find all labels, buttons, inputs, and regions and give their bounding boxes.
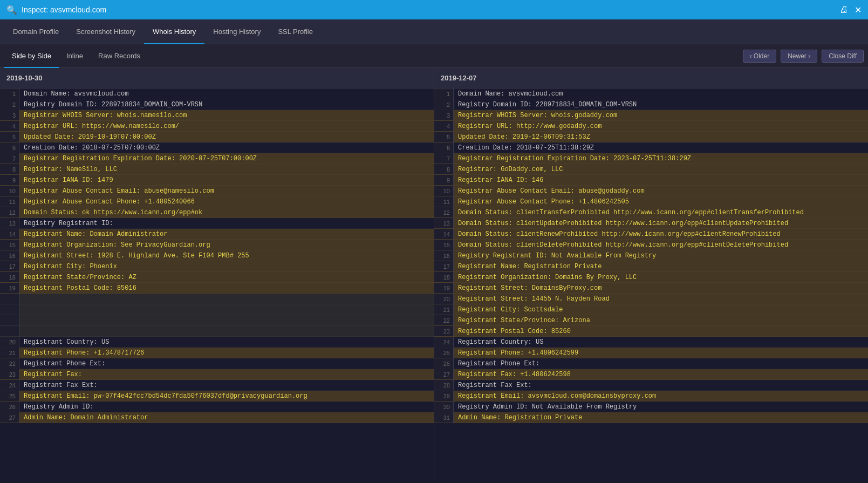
table-row: 25Registrant Email: pw-07f4e42fcc7bd54dc… bbox=[0, 391, 434, 402]
table-row: 1Domain Name: avsvmcloud.com bbox=[434, 89, 868, 99]
table-row: 5Updated Date: 2019-12-06T09:31:53Z bbox=[434, 132, 868, 142]
table-row: 8Registrar: NameSilo, LLC bbox=[0, 164, 434, 175]
table-row: 28Registrant Fax Ext: bbox=[434, 380, 868, 391]
nav-btn-1[interactable]: Newer › bbox=[781, 50, 817, 63]
line-content: Domain Status: ok https://www.icann.org/… bbox=[19, 207, 434, 217]
line-content: Updated Date: 2019-10-19T07:00:00Z bbox=[19, 132, 434, 142]
line-number: 29 bbox=[434, 391, 454, 401]
line-number: 10 bbox=[0, 186, 19, 196]
table-row: 20Registrant Street: 14455 N. Hayden Roa… bbox=[434, 294, 868, 304]
right-panel-header: 2019-12-07 bbox=[434, 68, 868, 89]
diff-container: 2019-10-30 1Domain Name: avsvmcloud.com2… bbox=[0, 68, 868, 483]
table-row: 15Domain Status: clientDeleteProhibited … bbox=[434, 240, 868, 250]
line-content: Registrar Registration Expiration Date: … bbox=[19, 153, 434, 164]
table-row: 7Registrar Registration Expiration Date:… bbox=[434, 153, 868, 164]
sub-tab-0[interactable]: Side by Side bbox=[4, 44, 59, 68]
table-row: 10Registrar Abuse Contact Email: abuse@n… bbox=[0, 186, 434, 196]
line-number: 4 bbox=[434, 121, 454, 131]
line-number: 3 bbox=[434, 110, 454, 120]
main-nav-tab-2[interactable]: Whois History bbox=[144, 19, 204, 44]
line-content bbox=[19, 304, 434, 315]
sub-tab-1[interactable]: Inline bbox=[59, 44, 91, 68]
line-number: 24 bbox=[434, 337, 454, 347]
line-number: 15 bbox=[434, 240, 454, 250]
line-number: 9 bbox=[0, 175, 19, 185]
print-icon[interactable]: 🖨 bbox=[839, 5, 848, 15]
table-row bbox=[0, 304, 434, 315]
line-number: 9 bbox=[434, 175, 454, 185]
table-row: 23Registrant Fax: bbox=[0, 369, 434, 380]
main-nav-tab-3[interactable]: Hosting History bbox=[204, 19, 269, 44]
right-date: 2019-12-07 bbox=[441, 74, 477, 82]
line-number: 5 bbox=[434, 132, 454, 142]
right-lines: 1Domain Name: avsvmcloud.com2Registry Do… bbox=[434, 89, 868, 423]
table-row: 12Domain Status: ok https://www.icann.or… bbox=[0, 207, 434, 218]
line-content: Domain Status: clientUpdateProhibited ht… bbox=[454, 218, 868, 228]
main-nav: Domain ProfileScreenshot HistoryWhois Hi… bbox=[0, 19, 868, 44]
line-content: Registry Admin ID: bbox=[19, 402, 434, 412]
table-row: 20Registrant Country: US bbox=[0, 337, 434, 348]
line-content: Registry Domain ID: 2289718834_DOMAIN_CO… bbox=[19, 99, 434, 110]
table-row: 21Registrant City: Scottsdale bbox=[434, 304, 868, 315]
table-row: 13Registry Registrant ID: bbox=[0, 218, 434, 229]
line-number: 27 bbox=[0, 412, 19, 423]
line-content bbox=[19, 294, 434, 304]
table-row: 17Registrant City: Phoenix bbox=[0, 261, 434, 272]
line-content: Registry Registrant ID: Not Available Fr… bbox=[454, 250, 868, 261]
sub-nav-right: ‹ OlderNewer ›Close Diff bbox=[743, 50, 864, 63]
line-number: 11 bbox=[0, 196, 19, 207]
table-row: 10Registrar Abuse Contact Email: abuse@g… bbox=[434, 186, 868, 196]
line-content bbox=[19, 315, 434, 325]
table-row: 8Registrar: GoDaddy.com, LLC bbox=[434, 164, 868, 175]
line-number: 26 bbox=[0, 402, 19, 412]
sub-nav: Side by SideInlineRaw Records ‹ OlderNew… bbox=[0, 44, 868, 68]
line-number: 10 bbox=[434, 186, 454, 196]
line-number: 28 bbox=[434, 380, 454, 390]
table-row: 18Registrant Organization: Domains By Pr… bbox=[434, 272, 868, 283]
line-number bbox=[0, 326, 19, 336]
main-nav-tab-4[interactable]: SSL Profile bbox=[269, 19, 322, 44]
line-content: Registrant State/Province: AZ bbox=[19, 272, 434, 282]
line-number: 12 bbox=[0, 207, 19, 217]
table-row: 5Updated Date: 2019-10-19T07:00:00Z bbox=[0, 132, 434, 142]
line-content: Updated Date: 2019-12-06T09:31:53Z bbox=[454, 132, 868, 142]
main-nav-tab-0[interactable]: Domain Profile bbox=[4, 19, 67, 44]
nav-btn-2[interactable]: Close Diff bbox=[822, 50, 864, 63]
line-number: 17 bbox=[0, 261, 19, 271]
table-row: 12Domain Status: clientTransferProhibite… bbox=[434, 207, 868, 218]
table-row: 9Registrar IANA ID: 1479 bbox=[0, 175, 434, 186]
line-content: Registrant State/Province: Arizona bbox=[454, 315, 868, 325]
main-nav-tab-1[interactable]: Screenshot History bbox=[67, 19, 144, 44]
table-row: 3Registrar WHOIS Server: whois.namesilo.… bbox=[0, 110, 434, 121]
table-row: 24Registrant Fax Ext: bbox=[0, 380, 434, 391]
line-content: Registrar IANA ID: 1479 bbox=[19, 175, 434, 185]
table-row: 1Domain Name: avsvmcloud.com bbox=[0, 89, 434, 99]
line-number: 14 bbox=[0, 229, 19, 239]
line-number: 2 bbox=[0, 99, 19, 110]
table-row bbox=[0, 294, 434, 304]
line-number bbox=[0, 294, 19, 304]
line-number: 13 bbox=[0, 218, 19, 228]
title-bar: 🔍 Inspect: avsvmcloud.com 🖨 ✕ bbox=[0, 0, 868, 19]
table-row bbox=[0, 326, 434, 337]
table-row: 27Registrant Fax: +1.4806242598 bbox=[434, 369, 868, 380]
line-number: 8 bbox=[0, 164, 19, 174]
line-content: Admin Name: Domain Administrator bbox=[19, 412, 434, 423]
line-number: 2 bbox=[434, 99, 454, 110]
line-content: Registrant Street: 14455 N. Hayden Road bbox=[454, 294, 868, 304]
nav-btn-0[interactable]: ‹ Older bbox=[743, 50, 777, 63]
line-content: Registrant Fax: +1.4806242598 bbox=[454, 369, 868, 379]
line-number: 23 bbox=[0, 369, 19, 379]
line-content: Domain Status: clientTransferProhibited … bbox=[454, 207, 868, 217]
line-number: 7 bbox=[0, 153, 19, 164]
line-content: Registrar WHOIS Server: whois.godaddy.co… bbox=[454, 110, 868, 120]
line-number: 27 bbox=[434, 369, 454, 379]
sub-tab-2[interactable]: Raw Records bbox=[91, 44, 148, 68]
line-number: 6 bbox=[0, 142, 19, 153]
line-content: Registrant Fax Ext: bbox=[454, 380, 868, 390]
close-icon[interactable]: ✕ bbox=[855, 5, 862, 15]
table-row: 2Registry Domain ID: 2289718834_DOMAIN_C… bbox=[0, 99, 434, 110]
line-number: 26 bbox=[434, 358, 454, 369]
table-row: 29Registrant Email: avsvmcloud.com@domai… bbox=[434, 391, 868, 402]
line-content: Registrar: NameSilo, LLC bbox=[19, 164, 434, 174]
